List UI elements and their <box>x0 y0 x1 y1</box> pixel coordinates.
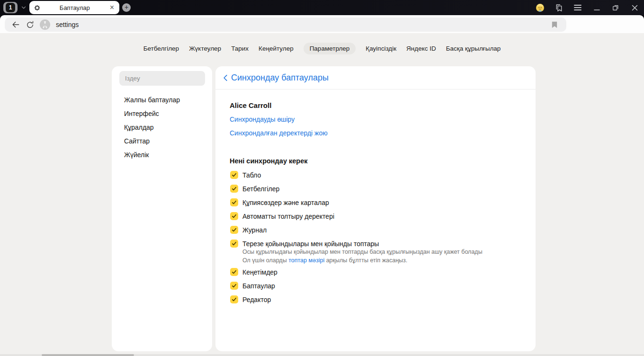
checkbox-checked-icon[interactable] <box>230 295 238 303</box>
description-line1: Осы құрылғыдағы қойындылар мен топтарды … <box>242 248 517 257</box>
checkbox-checked-icon[interactable] <box>230 240 238 248</box>
sync-item-extensions[interactable]: Кеңетімдер <box>230 268 277 276</box>
tab-list-chevron-button[interactable] <box>18 2 29 13</box>
collections-bookmarks-icon <box>555 3 564 12</box>
back-button[interactable] <box>9 18 23 32</box>
checkbox-checked-icon[interactable] <box>230 212 238 220</box>
sidebar-item-sites[interactable]: Сайттар <box>112 134 212 148</box>
settings-sidebar: Жалпы баптаулар Интерфейс Құралдар Сайтт… <box>112 66 212 351</box>
horizontal-scrollbar[interactable] <box>0 354 644 356</box>
scrollbar-thumb[interactable] <box>42 354 134 356</box>
nav-tab-settings[interactable]: Параметрлер <box>304 43 356 54</box>
sync-item-passwords-cards[interactable]: Құпиясөздер және карталар <box>230 198 329 206</box>
nav-tab-history[interactable]: Тарих <box>231 43 249 54</box>
nav-tab-downloads[interactable]: Жүктеулер <box>189 43 221 54</box>
chevron-down-icon <box>20 4 27 11</box>
sidebar-item-interface[interactable]: Интерфейс <box>112 107 212 121</box>
settings-gear-icon <box>34 4 41 11</box>
sidebar-item-tools[interactable]: Құралдар <box>112 121 212 134</box>
account-name: Alice Carroll <box>230 101 271 109</box>
new-tab-button[interactable]: + <box>122 3 131 12</box>
browser-menu-button[interactable] <box>568 0 587 15</box>
sidebar-item-general[interactable]: Жалпы баптаулар <box>112 93 212 107</box>
sync-item-autofill[interactable]: Автоматты толтыру деректері <box>230 212 334 220</box>
window-minimize-button[interactable] <box>587 0 606 15</box>
nav-tab-yandex-id[interactable]: Яндекс ID <box>406 43 436 54</box>
bookmark-flag-icon <box>552 21 557 28</box>
nav-tab-security[interactable]: Қауіпсіздік <box>366 43 396 54</box>
description-line2: Ол үшін оларды топтар мәзірі арқылы бұлт… <box>242 257 517 265</box>
checkbox-checked-icon[interactable] <box>230 226 238 234</box>
titlebar-right-controls <box>530 0 644 15</box>
sidebar-list: Жалпы баптаулар Интерфейс Құралдар Сайтт… <box>112 93 212 162</box>
reload-button[interactable] <box>23 18 37 32</box>
disable-sync-link[interactable]: Синхрондауды өшіру <box>230 116 295 123</box>
window-restore-button[interactable] <box>606 0 625 15</box>
back-to-settings-heading[interactable]: Синхрондау баптаулары <box>223 73 329 83</box>
close-icon <box>632 5 638 11</box>
checkbox-checked-icon[interactable] <box>230 171 238 179</box>
sync-settings-panel: Синхрондау баптаулары Alice Carroll Синх… <box>215 66 536 351</box>
checkbox-checked-icon[interactable] <box>230 198 238 206</box>
sidebar-item-system[interactable]: Жүйелік <box>112 148 212 162</box>
nav-tab-extensions[interactable]: Кеңейтулер <box>259 43 294 54</box>
search-input[interactable] <box>119 71 205 86</box>
delete-synced-data-link[interactable]: Синхрондалған деректерді жою <box>230 129 328 137</box>
browser-tab-settings[interactable]: Баптаулар × <box>29 1 119 14</box>
tab-counter-button[interactable]: 1 <box>3 2 18 13</box>
panel-heading: Синхрондау баптаулары <box>231 73 329 83</box>
sync-section-title: Нені синхрондау керек <box>230 157 307 165</box>
nav-tab-bookmarks[interactable]: Бетбелгілер <box>143 43 179 54</box>
toolbar: settings Баптаулар ⋮ <box>0 15 644 33</box>
profile-avatar[interactable] <box>530 0 549 15</box>
groups-menu-link[interactable]: топтар мәзірі <box>288 257 324 264</box>
sync-item-editor[interactable]: Редактор <box>230 295 271 303</box>
reload-icon <box>26 20 35 29</box>
side-panels-button[interactable] <box>549 0 568 15</box>
checkbox-checked-icon[interactable] <box>230 282 238 290</box>
browser-window: 1 Баптаулар × + <box>0 0 644 356</box>
url-text: settings <box>56 21 79 28</box>
heading-divider <box>215 89 536 89</box>
sync-tabs-description: Осы құрылғыдағы қойындылар мен топтарды … <box>242 248 517 265</box>
tab-title: Баптаулар <box>41 4 109 11</box>
settings-nav: Бетбелгілер Жүктеулер Тарих Кеңейтулер П… <box>0 43 644 54</box>
sync-item-settings[interactable]: Баптаулар <box>230 282 275 290</box>
minimize-icon <box>594 5 600 11</box>
back-arrow-icon <box>11 20 20 29</box>
chevron-left-icon <box>223 74 228 81</box>
window-close-button[interactable] <box>625 0 644 15</box>
sync-item-history[interactable]: Журнал <box>230 226 267 234</box>
address-bar[interactable]: settings <box>5 18 566 32</box>
sync-item-bookmarks[interactable]: Бетбелгілер <box>230 185 279 193</box>
avatar-icon <box>536 4 544 12</box>
checkbox-checked-icon[interactable] <box>230 185 238 193</box>
bookmark-page-button[interactable] <box>547 19 562 30</box>
settings-page: Бетбелгілер Жүктеулер Тарих Кеңейтулер П… <box>0 33 644 356</box>
site-icon[interactable] <box>40 19 50 30</box>
yandex-badge-icon <box>40 19 50 30</box>
hamburger-menu-icon <box>574 4 581 11</box>
nav-tab-other-devices[interactable]: Басқа құрылғылар <box>446 43 501 54</box>
titlebar: 1 Баптаулар × + <box>0 0 644 15</box>
checkbox-checked-icon[interactable] <box>230 268 238 276</box>
sync-item-tableau[interactable]: Табло <box>230 171 261 179</box>
tab-close-icon[interactable]: × <box>109 4 115 11</box>
sync-item-tabs-groups[interactable]: Терезе қойындылары мен қойынды топтары <box>230 240 379 248</box>
restore-icon <box>612 4 619 11</box>
tab-count-badge: 1 <box>6 3 15 12</box>
